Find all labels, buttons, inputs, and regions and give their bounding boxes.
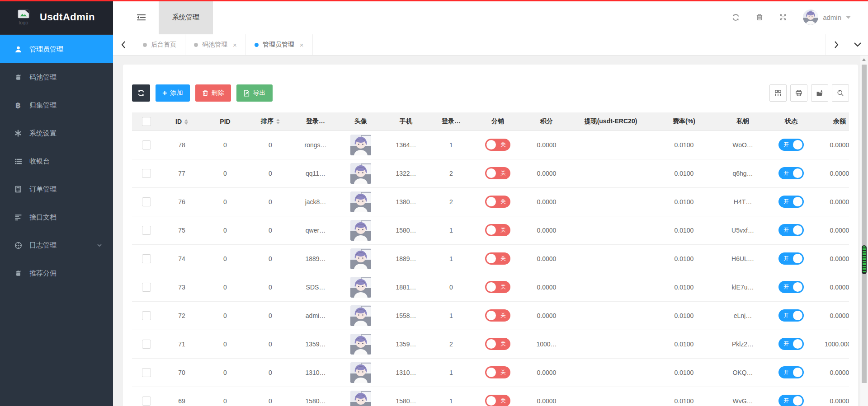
col-header-login-count: 登录…	[429, 112, 474, 131]
add-button[interactable]: + 添加	[156, 84, 190, 102]
cell-phone: 1322…	[383, 159, 429, 187]
distribution-toggle[interactable]: 关	[485, 252, 510, 265]
cell-checkbox	[132, 387, 161, 406]
menu-fold-icon[interactable]	[137, 14, 146, 21]
row-checkbox[interactable]	[142, 340, 151, 349]
toggle-knob	[486, 396, 496, 406]
sidebar-item-cashier[interactable]: 收银台	[0, 147, 113, 175]
cell-private-key: WoO…	[718, 131, 768, 159]
select-all-checkbox[interactable]	[142, 117, 151, 126]
sidebar-item-label: 归集管理	[29, 101, 57, 110]
print-button[interactable]	[790, 84, 807, 102]
row-checkbox[interactable]	[142, 368, 151, 377]
distribution-toggle[interactable]: 关	[485, 167, 510, 179]
export-button[interactable]: 导出	[236, 84, 273, 102]
cell-avatar	[338, 216, 383, 244]
sidebar-item-logs[interactable]: 日志管理	[0, 231, 113, 259]
sidebar-item-system-settings[interactable]: 系统设置	[0, 119, 113, 147]
row-checkbox[interactable]	[142, 197, 151, 206]
user-menu[interactable]: admin	[803, 9, 851, 25]
sidebar-item-collection[interactable]: ฿ 归集管理	[0, 91, 113, 119]
distribution-toggle[interactable]: 关	[485, 366, 510, 378]
status-toggle[interactable]: 开	[778, 338, 804, 350]
cell-pid: 0	[203, 131, 248, 159]
tab-admin-management[interactable]: 管理员管理 ×	[246, 34, 313, 55]
tab-code-pool[interactable]: 码池管理 ×	[185, 34, 246, 55]
table-tools	[769, 84, 849, 102]
cell-private-key: WvG…	[718, 387, 768, 406]
cell-login: admi…	[293, 301, 338, 330]
cell-login-count: 1	[429, 244, 474, 273]
delete-button[interactable]: 删除	[195, 84, 231, 102]
status-toggle[interactable]: 开	[778, 167, 804, 179]
topnav-item-system-management[interactable]: 系统管理	[159, 0, 213, 34]
col-header-withdraw: 提现(usdt-ERC20)	[571, 112, 650, 131]
sort-toggle[interactable]	[276, 119, 280, 124]
scrollbar-thumb[interactable]	[862, 65, 867, 383]
cell-login-count: 2	[429, 187, 474, 216]
row-checkbox[interactable]	[142, 254, 151, 263]
tabs-scroll-left-button[interactable]	[113, 34, 134, 55]
distribution-toggle[interactable]: 关	[485, 395, 510, 406]
toggle-label: 开	[783, 255, 789, 262]
sidebar-item-orders[interactable]: 订单管理	[0, 175, 113, 203]
col-header-id: ID	[161, 112, 203, 131]
avatar	[350, 220, 371, 241]
distribution-toggle[interactable]: 关	[485, 139, 510, 151]
row-checkbox[interactable]	[142, 311, 151, 320]
status-toggle[interactable]: 开	[778, 139, 804, 151]
search-button[interactable]	[832, 84, 849, 102]
cell-phone: 1881…	[383, 273, 429, 301]
cell-login: 1310…	[293, 358, 338, 387]
sidebar-item-referral-commission[interactable]: 推荐分佣	[0, 259, 113, 287]
status-toggle[interactable]: 开	[778, 281, 804, 293]
cell-id: 75	[161, 216, 203, 244]
fullscreen-icon[interactable]	[779, 14, 787, 21]
status-toggle[interactable]: 开	[778, 395, 804, 406]
sidebar-item-admin-management[interactable]: 管理员管理	[0, 35, 113, 63]
cell-sort: 0	[248, 216, 293, 244]
scrollbar-up-arrow-icon[interactable]	[862, 58, 866, 61]
vertical-scrollbar[interactable]	[860, 56, 868, 406]
distribution-toggle[interactable]: 关	[485, 338, 510, 350]
tabs-menu-button[interactable]	[847, 34, 868, 55]
status-toggle[interactable]: 开	[778, 196, 804, 208]
distribution-toggle[interactable]: 关	[485, 281, 510, 293]
status-toggle[interactable]: 开	[778, 252, 804, 265]
tab-dashboard[interactable]: 后台首页	[134, 34, 185, 55]
tab-close-icon[interactable]: ×	[300, 41, 304, 49]
row-checkbox[interactable]	[142, 169, 151, 178]
export-data-button[interactable]	[811, 84, 828, 102]
trash-icon[interactable]	[756, 14, 763, 21]
status-toggle[interactable]: 开	[778, 224, 804, 236]
distribution-toggle[interactable]: 关	[485, 224, 510, 236]
toggle-knob	[486, 168, 496, 178]
refresh-table-button[interactable]	[132, 84, 150, 102]
cell-sort: 0	[248, 159, 293, 187]
cell-private-key: OKQ…	[718, 358, 768, 387]
cell-sort: 0	[248, 187, 293, 216]
filter-columns-button[interactable]	[769, 84, 787, 102]
row-checkbox[interactable]	[142, 397, 151, 406]
distribution-toggle[interactable]: 关	[485, 309, 510, 322]
status-toggle[interactable]: 开	[778, 366, 804, 378]
tab-close-icon[interactable]: ×	[233, 41, 237, 49]
cell-login-count: 1	[429, 216, 474, 244]
cell-sort: 0	[248, 244, 293, 273]
toggle-label: 关	[500, 369, 506, 376]
row-checkbox[interactable]	[142, 226, 151, 235]
sidebar-item-code-pool[interactable]: 码池管理	[0, 63, 113, 91]
status-toggle[interactable]: 开	[778, 309, 804, 322]
cell-balance: 0.0000	[815, 159, 849, 187]
toggle-knob	[486, 197, 496, 206]
sidebar-item-api-docs[interactable]: 接口文档	[0, 203, 113, 231]
row-checkbox[interactable]	[142, 283, 151, 292]
distribution-toggle[interactable]: 关	[485, 196, 510, 208]
refresh-icon[interactable]	[732, 14, 740, 21]
row-checkbox[interactable]	[142, 140, 151, 149]
tabs-scroll-right-button[interactable]	[826, 34, 847, 55]
sort-toggle[interactable]	[184, 119, 188, 125]
cell-status: 开	[768, 358, 815, 387]
toggle-label: 关	[500, 141, 506, 149]
cell-rate: 0.0100	[650, 387, 718, 406]
